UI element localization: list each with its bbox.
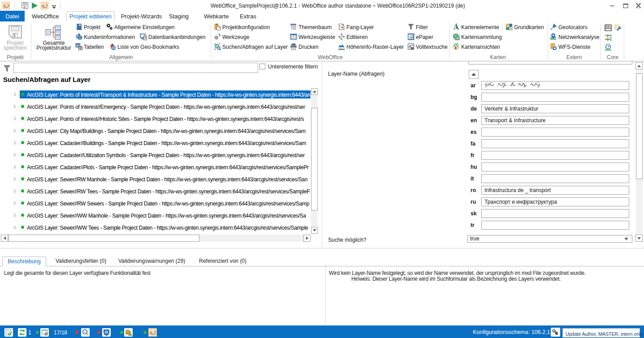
svg-text:w: w <box>3 4 6 9</box>
svg-text:w: w <box>41 4 45 9</box>
svg-text:w: w <box>149 330 153 335</box>
